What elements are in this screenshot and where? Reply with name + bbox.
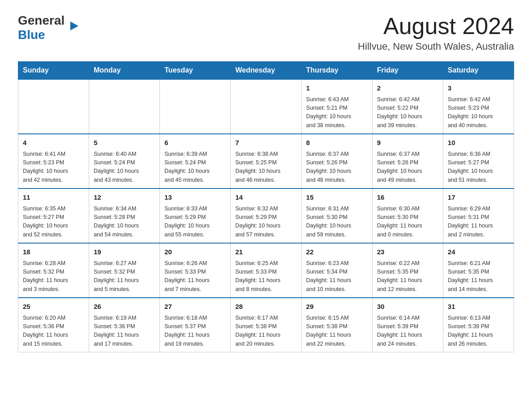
day-number: 22 [306, 247, 368, 257]
title-block: August 2024 Hillvue, New South Wales, Au… [358, 13, 514, 52]
day-number: 13 [164, 193, 226, 203]
calendar-cell: 12Sunrise: 6:34 AM Sunset: 5:28 PM Dayli… [89, 188, 160, 243]
day-number: 16 [377, 193, 438, 203]
calendar-cell: 31Sunrise: 6:13 AM Sunset: 5:39 PM Dayli… [443, 298, 514, 352]
calendar-cell: 7Sunrise: 6:38 AM Sunset: 5:25 PM Daylig… [231, 134, 301, 188]
calendar-cell: 2Sunrise: 6:42 AM Sunset: 5:22 PM Daylig… [372, 79, 443, 134]
calendar-cell: 16Sunrise: 6:30 AM Sunset: 5:30 PM Dayli… [372, 188, 443, 243]
day-info: Sunrise: 6:21 AM Sunset: 5:35 PM Dayligh… [448, 259, 509, 294]
day-info: Sunrise: 6:34 AM Sunset: 5:28 PM Dayligh… [94, 205, 155, 240]
day-number: 10 [448, 138, 509, 148]
header-row: SundayMondayTuesdayWednesdayThursdayFrid… [18, 62, 514, 80]
svg-marker-0 [70, 21, 78, 30]
page-header: General Blue August 2024 Hillvue, New So… [18, 13, 514, 52]
calendar-cell: 6Sunrise: 6:39 AM Sunset: 5:24 PM Daylig… [160, 134, 231, 188]
day-info: Sunrise: 6:17 AM Sunset: 5:38 PM Dayligh… [235, 314, 296, 349]
location-title: Hillvue, New South Wales, Australia [358, 41, 514, 52]
week-row-4: 18Sunrise: 6:28 AM Sunset: 5:32 PM Dayli… [18, 243, 514, 298]
calendar-cell: 26Sunrise: 6:19 AM Sunset: 5:36 PM Dayli… [89, 298, 160, 352]
day-number: 3 [448, 83, 509, 94]
day-info: Sunrise: 6:41 AM Sunset: 5:23 PM Dayligh… [23, 150, 84, 185]
day-info: Sunrise: 6:22 AM Sunset: 5:35 PM Dayligh… [377, 259, 438, 294]
calendar-body: 1Sunrise: 6:43 AM Sunset: 5:21 PM Daylig… [18, 79, 514, 352]
calendar-cell: 25Sunrise: 6:20 AM Sunset: 5:36 PM Dayli… [18, 298, 89, 352]
day-number: 6 [164, 138, 226, 148]
month-title: August 2024 [358, 13, 514, 39]
day-info: Sunrise: 6:40 AM Sunset: 5:24 PM Dayligh… [94, 150, 155, 185]
day-info: Sunrise: 6:19 AM Sunset: 5:36 PM Dayligh… [94, 314, 155, 349]
day-number: 25 [23, 302, 84, 312]
day-number: 31 [448, 302, 509, 312]
day-number: 5 [94, 138, 155, 148]
day-info: Sunrise: 6:32 AM Sunset: 5:29 PM Dayligh… [235, 205, 296, 240]
week-row-5: 25Sunrise: 6:20 AM Sunset: 5:36 PM Dayli… [18, 298, 514, 352]
calendar-header: SundayMondayTuesdayWednesdayThursdayFrid… [18, 62, 514, 80]
calendar-cell: 28Sunrise: 6:17 AM Sunset: 5:38 PM Dayli… [231, 298, 301, 352]
day-number: 27 [164, 302, 226, 312]
day-info: Sunrise: 6:31 AM Sunset: 5:30 PM Dayligh… [306, 205, 368, 240]
header-day-sunday: Sunday [18, 62, 89, 80]
day-number: 15 [306, 193, 368, 203]
day-info: Sunrise: 6:27 AM Sunset: 5:32 PM Dayligh… [94, 259, 155, 294]
calendar-table: SundayMondayTuesdayWednesdayThursdayFrid… [18, 61, 514, 352]
calendar-cell [89, 79, 160, 134]
calendar-cell: 29Sunrise: 6:15 AM Sunset: 5:38 PM Dayli… [301, 298, 372, 352]
week-row-2: 4Sunrise: 6:41 AM Sunset: 5:23 PM Daylig… [18, 134, 514, 188]
day-info: Sunrise: 6:26 AM Sunset: 5:33 PM Dayligh… [164, 259, 226, 294]
day-info: Sunrise: 6:18 AM Sunset: 5:37 PM Dayligh… [164, 314, 226, 349]
calendar-cell: 4Sunrise: 6:41 AM Sunset: 5:23 PM Daylig… [18, 134, 89, 188]
week-row-3: 11Sunrise: 6:35 AM Sunset: 5:27 PM Dayli… [18, 188, 514, 243]
calendar-cell: 3Sunrise: 6:42 AM Sunset: 5:23 PM Daylig… [443, 79, 514, 134]
calendar-cell [160, 79, 231, 134]
calendar-cell: 17Sunrise: 6:29 AM Sunset: 5:31 PM Dayli… [443, 188, 514, 243]
logo-blue-text: Blue [18, 28, 45, 42]
day-info: Sunrise: 6:33 AM Sunset: 5:29 PM Dayligh… [164, 205, 226, 240]
day-info: Sunrise: 6:30 AM Sunset: 5:30 PM Dayligh… [377, 205, 438, 240]
day-info: Sunrise: 6:14 AM Sunset: 5:39 PM Dayligh… [377, 314, 438, 349]
day-number: 28 [235, 302, 296, 312]
day-info: Sunrise: 6:39 AM Sunset: 5:24 PM Dayligh… [164, 150, 226, 185]
calendar-cell: 27Sunrise: 6:18 AM Sunset: 5:37 PM Dayli… [160, 298, 231, 352]
day-number: 8 [306, 138, 368, 148]
day-info: Sunrise: 6:23 AM Sunset: 5:34 PM Dayligh… [306, 259, 368, 294]
calendar-cell: 13Sunrise: 6:33 AM Sunset: 5:29 PM Dayli… [160, 188, 231, 243]
day-number: 4 [23, 138, 84, 148]
calendar-cell: 8Sunrise: 6:37 AM Sunset: 5:26 PM Daylig… [301, 134, 372, 188]
header-day-tuesday: Tuesday [160, 62, 231, 80]
calendar-cell [18, 79, 89, 134]
day-info: Sunrise: 6:28 AM Sunset: 5:32 PM Dayligh… [23, 259, 84, 294]
day-number: 24 [448, 247, 509, 257]
calendar-cell: 23Sunrise: 6:22 AM Sunset: 5:35 PM Dayli… [372, 243, 443, 298]
day-number: 7 [235, 138, 296, 148]
day-number: 23 [377, 247, 438, 257]
day-info: Sunrise: 6:15 AM Sunset: 5:38 PM Dayligh… [306, 314, 368, 349]
day-info: Sunrise: 6:36 AM Sunset: 5:27 PM Dayligh… [448, 150, 509, 185]
calendar-cell: 19Sunrise: 6:27 AM Sunset: 5:32 PM Dayli… [89, 243, 160, 298]
day-number: 12 [94, 193, 155, 203]
day-number: 30 [377, 302, 438, 312]
day-info: Sunrise: 6:35 AM Sunset: 5:27 PM Dayligh… [23, 205, 84, 240]
calendar-cell: 18Sunrise: 6:28 AM Sunset: 5:32 PM Dayli… [18, 243, 89, 298]
calendar-cell: 22Sunrise: 6:23 AM Sunset: 5:34 PM Dayli… [301, 243, 372, 298]
day-number: 20 [164, 247, 226, 257]
week-row-1: 1Sunrise: 6:43 AM Sunset: 5:21 PM Daylig… [18, 79, 514, 134]
day-info: Sunrise: 6:25 AM Sunset: 5:33 PM Dayligh… [235, 259, 296, 294]
calendar-cell: 5Sunrise: 6:40 AM Sunset: 5:24 PM Daylig… [89, 134, 160, 188]
day-info: Sunrise: 6:37 AM Sunset: 5:26 PM Dayligh… [377, 150, 438, 185]
calendar-cell: 21Sunrise: 6:25 AM Sunset: 5:33 PM Dayli… [231, 243, 301, 298]
header-day-wednesday: Wednesday [231, 62, 301, 80]
day-number: 2 [377, 83, 438, 94]
header-day-monday: Monday [89, 62, 160, 80]
header-day-saturday: Saturday [443, 62, 514, 80]
day-number: 9 [377, 138, 438, 148]
day-info: Sunrise: 6:37 AM Sunset: 5:26 PM Dayligh… [306, 150, 368, 185]
day-number: 19 [94, 247, 155, 257]
logo-general-text: General [18, 13, 64, 28]
day-info: Sunrise: 6:20 AM Sunset: 5:36 PM Dayligh… [23, 314, 84, 349]
calendar-cell: 15Sunrise: 6:31 AM Sunset: 5:30 PM Dayli… [301, 188, 372, 243]
day-number: 26 [94, 302, 155, 312]
day-info: Sunrise: 6:13 AM Sunset: 5:39 PM Dayligh… [448, 314, 509, 349]
day-number: 17 [448, 193, 509, 203]
calendar-cell: 20Sunrise: 6:26 AM Sunset: 5:33 PM Dayli… [160, 243, 231, 298]
day-info: Sunrise: 6:42 AM Sunset: 5:22 PM Dayligh… [377, 95, 438, 130]
